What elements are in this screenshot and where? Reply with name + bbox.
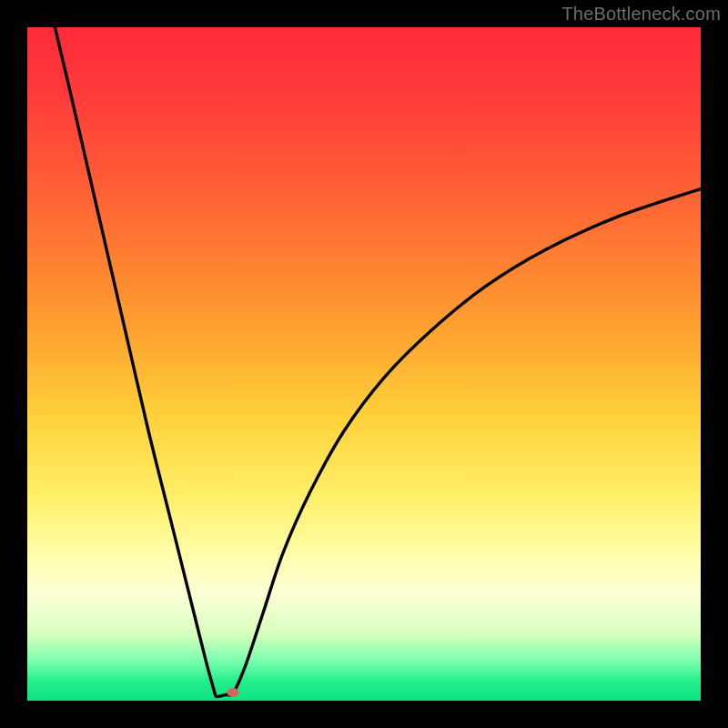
watermark-text: TheBottleneck.com bbox=[561, 4, 721, 25]
bottleneck-curve bbox=[27, 27, 701, 701]
chart-plot-area bbox=[27, 27, 701, 701]
chart-frame: TheBottleneck.com bbox=[0, 0, 728, 728]
minimum-marker bbox=[228, 688, 239, 697]
